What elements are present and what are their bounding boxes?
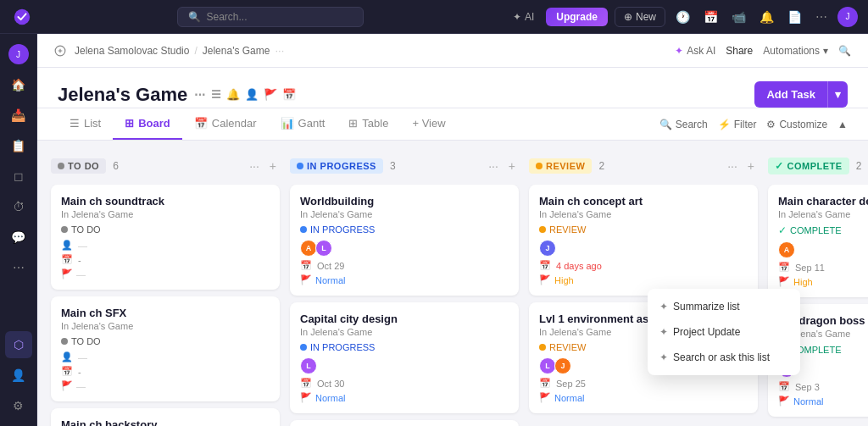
breadcrumb-more[interactable]: ··· [275,44,284,57]
context-menu-label: Project Update [673,326,740,338]
upgrade-button[interactable]: Upgrade [546,8,608,26]
user-avatar[interactable]: J [837,7,858,27]
sidebar-item-people[interactable]: 👤 [5,362,32,389]
project-name[interactable]: Jelena's Game [203,45,270,57]
column-add-button[interactable]: + [266,158,280,174]
card-priority-label: Normal [793,396,823,407]
status-dot [300,344,307,351]
flag-icon[interactable]: 🚩 [264,88,277,101]
top-bar-actions: ✦ AI Upgrade ⊕ New 🕐 📅 📹 🔔 📄 ⋯ J [508,7,858,27]
card-status-label: TO DO [71,224,101,235]
sidebar-item-home[interactable]: 🏠 [5,71,32,98]
card-title: Worldbuilding [300,195,509,207]
sidebar-item-time[interactable]: ⏱ [5,193,32,220]
card-title: Main ch soundtrack [61,195,270,207]
filter-tab-button[interactable]: ⚡ Filter [718,119,757,130]
flag-card-icon: 🚩 [539,274,551,285]
sidebar-item-inbox[interactable]: 📥 [5,102,32,129]
bell-icon[interactable]: 🔔 [226,88,240,101]
calendar-icon[interactable]: 📅 [700,7,721,27]
alarm-icon[interactable]: 🔔 [756,7,777,27]
search-tab-icon: 🔍 [659,119,672,130]
sidebar-item-more[interactable]: ⋯ [5,254,32,281]
flag-card-icon: 🚩 [61,380,73,391]
people-icon[interactable]: 👤 [245,88,259,101]
no-assignee: 👤— [61,240,87,251]
card-status: ✓ COMPLETE [778,224,868,236]
flag-card-icon: 🚩 [778,276,790,287]
card-priority-row: 🚩 Normal [539,392,748,403]
task-card[interactable]: Main ch backstory In Jelena's Game TO DO… [51,408,280,426]
column-status-label: TO DO [68,161,99,171]
tab-table[interactable]: ⊞ Table [337,108,400,140]
board-tab-icon: ⊞ [125,117,134,130]
check-icon: ✓ [778,224,787,236]
search-tab-button[interactable]: 🔍 Search [659,119,708,130]
new-button[interactable]: ⊕ New [615,7,665,27]
docs-icon[interactable]: 📄 [784,7,805,27]
tab-calendar[interactable]: 📅 Calendar [182,108,269,140]
list-icon[interactable]: ☰ [211,88,221,101]
card-project: In Jelena's Game [61,321,270,331]
card-meta: 👤— 📅 - 🚩 — [61,351,270,391]
column-more-button[interactable]: ··· [485,158,502,174]
column-actions: ··· + [724,158,758,174]
task-card[interactable]: Main ch story arc In Jelena's Game IN PR… [290,420,519,426]
share-button[interactable]: Share [726,45,753,57]
sidebar: J 🏠 📥 📋 ◻ ⏱ 💬 ⋯ ⬡ 👤 ⚙ [0,34,37,426]
customize-tab-button[interactable]: ⚙ Customize [766,119,827,130]
calendar-small-icon[interactable]: 📅 [282,88,296,101]
sidebar-avatar[interactable]: J [5,41,32,68]
card-priority-label: — [76,381,86,391]
ai-button[interactable]: ✦ AI [508,8,539,26]
sidebar-item-spaces[interactable]: ◻ [5,163,32,190]
sidebar-item-chat[interactable]: 💬 [5,224,32,251]
column-add-button[interactable]: + [505,158,519,174]
clock-icon[interactable]: 🕐 [672,7,693,27]
workspace-name[interactable]: Jelena Samolovac Studio [75,45,189,57]
automations-button[interactable]: Automations ▾ [763,45,828,57]
context-menu-item[interactable]: ✦ Summarize list [648,294,800,319]
calendar-card-icon: 📅 [300,378,312,389]
task-card[interactable]: Main character design In Jelena's Game ✓… [768,185,868,297]
add-task-dropdown-button[interactable]: ▾ [827,81,848,108]
card-project: In Jelena's Game [300,209,509,219]
status-dot [539,344,546,351]
assignee-avatar: L [539,357,556,374]
search-box[interactable]: 🔍 Search... [177,7,364,27]
task-card[interactable]: Main ch SFX In Jelena's Game TO DO 👤— 📅 … [51,296,280,401]
column-count: 2 [856,160,862,172]
grid-icon[interactable]: ⋯ [812,7,831,27]
add-task-button[interactable]: Add Task [754,81,827,108]
video-icon[interactable]: 📹 [728,7,749,27]
card-meta: L 📅 Oct 30 🚩 Normal [300,357,509,403]
sidebar-item-docs[interactable]: 📋 [5,132,32,159]
column-inprogress: IN PROGRESS 3 ··· + Worldbuilding In Jel… [290,154,519,412]
sidebar-item-board[interactable]: ⬡ [5,331,32,358]
card-priority-row: 🚩 High [778,276,868,287]
search-mini-button[interactable]: 🔍 [838,45,851,57]
context-menu-item[interactable]: ✦ Search or ask this list [648,345,800,370]
tab-board[interactable]: ⊞ Board [113,108,182,140]
ask-ai-button[interactable]: ✦ Ask AI [675,45,715,57]
tab-view-add[interactable]: + View [400,108,457,140]
task-card[interactable]: Capital city design In Jelena's Game IN … [290,302,519,413]
tab-gantt[interactable]: 📊 Gantt [269,108,337,140]
sidebar-item-settings[interactable]: ⚙ [5,392,32,419]
collapse-tab-button[interactable]: ▲ [837,119,848,130]
task-card[interactable]: Main ch soundtrack In Jelena's Game TO D… [51,185,280,290]
ellipsis-icon[interactable]: ··· [194,87,205,102]
column-more-button[interactable]: ··· [246,158,263,174]
tab-list[interactable]: ☰ List [58,108,113,140]
person-icon: 👤 [61,351,73,362]
column-add-button[interactable]: + [744,158,758,174]
column-more-button[interactable]: ··· [724,158,741,174]
app-logo[interactable] [10,5,34,29]
add-task-review[interactable]: ++ Add Task [529,420,758,426]
assignees: J [539,240,556,257]
context-menu-item[interactable]: ✦ Project Update [648,319,800,345]
task-card[interactable]: Main ch concept art In Jelena's Game REV… [529,185,758,296]
task-card[interactable]: Worldbuilding In Jelena's Game IN PROGRE… [290,185,519,296]
page-title-icons: ··· ☰ 🔔 👤 🚩 📅 [194,87,295,102]
assignee-avatar: A [778,241,795,258]
